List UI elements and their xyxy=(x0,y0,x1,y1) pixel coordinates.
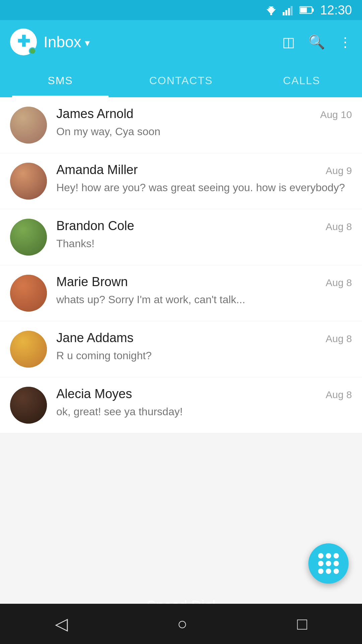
home-button[interactable]: ○ xyxy=(177,614,187,634)
tab-calls-label: CALLS xyxy=(283,74,320,87)
tab-contacts-label: CONTACTS xyxy=(149,74,213,87)
message-preview: On my way, Cya soon xyxy=(56,124,352,139)
message-content: Amanda Miller Aug 9 Hey! how are you? wa… xyxy=(56,163,352,195)
avatar xyxy=(10,331,47,368)
message-header: Brandon Cole Aug 8 xyxy=(56,219,352,233)
contact-name: Marie Brown xyxy=(56,275,128,289)
signal-icon xyxy=(283,5,295,15)
message-date: Aug 10 xyxy=(320,109,352,120)
svg-rect-7 xyxy=(291,6,293,15)
app-bar-left: ✚ Inbox ▾ xyxy=(10,29,282,55)
message-header: James Arnold Aug 10 xyxy=(56,107,352,121)
inbox-label: Inbox xyxy=(44,33,81,51)
status-bar: 12:30 xyxy=(0,0,362,20)
tab-sms[interactable]: SMS xyxy=(0,64,121,97)
list-item[interactable]: Amanda Miller Aug 9 Hey! how are you? wa… xyxy=(0,153,362,209)
list-item[interactable]: James Arnold Aug 10 On my way, Cya soon xyxy=(0,97,362,153)
svg-rect-9 xyxy=(312,8,314,12)
tab-bar: SMS CONTACTS CALLS xyxy=(0,64,362,97)
dropdown-arrow-icon[interactable]: ▾ xyxy=(85,37,90,49)
battery-icon xyxy=(299,5,314,15)
svg-point-3 xyxy=(270,13,272,15)
list-item[interactable]: Marie Brown Aug 8 whats up? Sorry I'm at… xyxy=(0,265,362,321)
message-content: Jane Addams Aug 8 R u coming tonight? xyxy=(56,331,352,363)
contact-name: Jane Addams xyxy=(56,331,133,345)
message-preview: Hey! how are you? was great seeing you. … xyxy=(56,180,352,195)
contact-name: Amanda Miller xyxy=(56,163,138,177)
message-content: Marie Brown Aug 8 whats up? Sorry I'm at… xyxy=(56,275,352,307)
message-content: Brandon Cole Aug 8 Thanks! xyxy=(56,219,352,251)
dialpad-fab[interactable] xyxy=(308,543,349,584)
message-preview: whats up? Sorry I'm at work, can't talk.… xyxy=(56,292,352,307)
message-header: Alecia Moyes Aug 8 xyxy=(56,387,352,401)
compose-message-icon[interactable]: ◫ xyxy=(282,34,295,50)
contact-name: James Arnold xyxy=(56,107,133,121)
list-item[interactable]: Brandon Cole Aug 8 Thanks! xyxy=(0,209,362,265)
avatar xyxy=(10,107,47,144)
contact-name: Alecia Moyes xyxy=(56,387,132,401)
tab-sms-label: SMS xyxy=(48,74,73,87)
message-preview: R u coming tonight? xyxy=(56,348,352,363)
app-logo[interactable]: ✚ xyxy=(10,29,37,55)
bottom-navigation: ◁ ○ □ xyxy=(0,604,362,644)
avatar xyxy=(10,163,47,200)
recents-button[interactable]: □ xyxy=(297,614,307,634)
message-preview: Thanks! xyxy=(56,236,352,251)
app-title[interactable]: Inbox ▾ xyxy=(44,33,90,51)
svg-rect-4 xyxy=(283,12,285,15)
avatar xyxy=(10,275,47,312)
status-time: 12:30 xyxy=(320,3,352,17)
message-header: Marie Brown Aug 8 xyxy=(56,275,352,289)
message-date: Aug 9 xyxy=(326,165,352,176)
message-date: Aug 8 xyxy=(326,389,352,400)
status-icons xyxy=(264,5,314,15)
svg-rect-6 xyxy=(288,8,290,15)
list-item[interactable]: Alecia Moyes Aug 8 ok, great! see ya thu… xyxy=(0,377,362,433)
message-date: Aug 8 xyxy=(326,333,352,344)
tab-calls[interactable]: CALLS xyxy=(241,64,362,97)
contact-name: Brandon Cole xyxy=(56,219,134,233)
online-indicator xyxy=(29,47,36,55)
messages-list: James Arnold Aug 10 On my way, Cya soon … xyxy=(0,97,362,433)
tab-contacts[interactable]: CONTACTS xyxy=(121,64,241,97)
message-content: Alecia Moyes Aug 8 ok, great! see ya thu… xyxy=(56,387,352,419)
search-icon[interactable]: 🔍 xyxy=(308,34,325,50)
avatar xyxy=(10,387,47,424)
message-date: Aug 8 xyxy=(326,277,352,288)
logo-plus: ✚ xyxy=(17,34,30,49)
message-date: Aug 8 xyxy=(326,221,352,232)
wifi-icon xyxy=(264,5,278,15)
avatar xyxy=(10,219,47,256)
message-header: Jane Addams Aug 8 xyxy=(56,331,352,345)
more-options-icon[interactable]: ⋮ xyxy=(339,34,352,50)
list-item[interactable]: Jane Addams Aug 8 R u coming tonight? xyxy=(0,321,362,377)
message-preview: ok, great! see ya thursday! xyxy=(56,404,352,419)
svg-rect-10 xyxy=(300,8,307,13)
app-bar: ✚ Inbox ▾ ◫ 🔍 ⋮ xyxy=(0,20,362,64)
message-header: Amanda Miller Aug 9 xyxy=(56,163,352,177)
back-button[interactable]: ◁ xyxy=(55,614,68,634)
app-bar-actions: ◫ 🔍 ⋮ xyxy=(282,34,352,50)
dialpad-icon xyxy=(317,552,340,575)
message-content: James Arnold Aug 10 On my way, Cya soon xyxy=(56,107,352,139)
svg-rect-5 xyxy=(285,10,287,15)
